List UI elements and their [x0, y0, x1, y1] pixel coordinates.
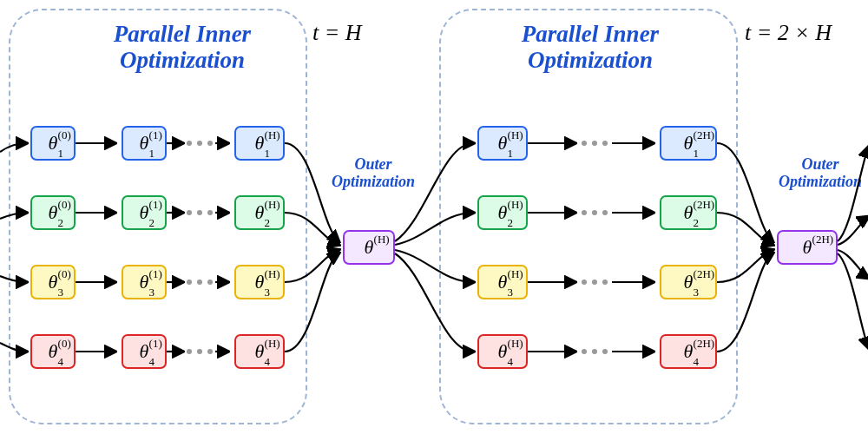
node-b1-r3-c2: θ3(1) [122, 265, 167, 299]
dots-b2-r1 [582, 141, 608, 146]
node-b1-r2-c2: θ2(1) [122, 195, 167, 230]
outer-node-1: θ(H) [343, 230, 395, 265]
title-line2: Optimization [120, 47, 245, 73]
inner-title-1: Parallel Inner Optimization [74, 22, 291, 73]
dots-b1-r3 [187, 279, 213, 285]
outer-title-1: Outer Optimization [321, 156, 425, 191]
node-b2-r1-c1: θ1(H) [477, 126, 528, 161]
dots-b2-r3 [582, 279, 608, 285]
node-b2-r4-c2: θ4(2H) [660, 334, 717, 369]
step-label-2: t = 2 × H [745, 20, 832, 46]
node-b1-r1-c1: θ1(0) [30, 126, 76, 161]
outer-line2: Optimization [332, 173, 415, 190]
node-b1-r3-c3: θ3(H) [234, 265, 285, 299]
outer-node-2: θ(2H) [777, 230, 838, 265]
node-b1-r1-c3: θ1(H) [234, 126, 285, 161]
outer-line1: Outer [354, 155, 391, 173]
node-b1-r2-c1: θ2(0) [30, 195, 76, 230]
outer-title-2: Outer Optimization [768, 156, 868, 191]
node-b1-r4-c2: θ4(1) [122, 334, 167, 369]
dots-b1-r2 [187, 210, 213, 215]
node-b2-r4-c1: θ4(H) [477, 334, 528, 369]
dots-b2-r4 [582, 349, 608, 354]
node-b2-r3-c2: θ3(2H) [660, 265, 717, 299]
node-b2-r2-c2: θ2(2H) [660, 195, 717, 230]
dots-b1-r1 [187, 141, 213, 146]
node-b1-r3-c1: θ3(0) [30, 265, 76, 299]
node-b2-r3-c1: θ3(H) [477, 265, 528, 299]
node-b1-r2-c3: θ2(H) [234, 195, 285, 230]
inner-title-2: Parallel Inner Optimization [482, 22, 699, 73]
title-line1: Parallel Inner [114, 21, 251, 47]
dots-b2-r2 [582, 210, 608, 215]
node-b1-r4-c3: θ4(H) [234, 334, 285, 369]
node-b2-r2-c1: θ2(H) [477, 195, 528, 230]
node-b1-r1-c2: θ1(1) [122, 126, 167, 161]
dots-b1-r4 [187, 349, 213, 354]
node-b2-r1-c2: θ1(2H) [660, 126, 717, 161]
step-label-1: t = H [312, 20, 362, 46]
node-b1-r4-c1: θ4(0) [30, 334, 76, 369]
